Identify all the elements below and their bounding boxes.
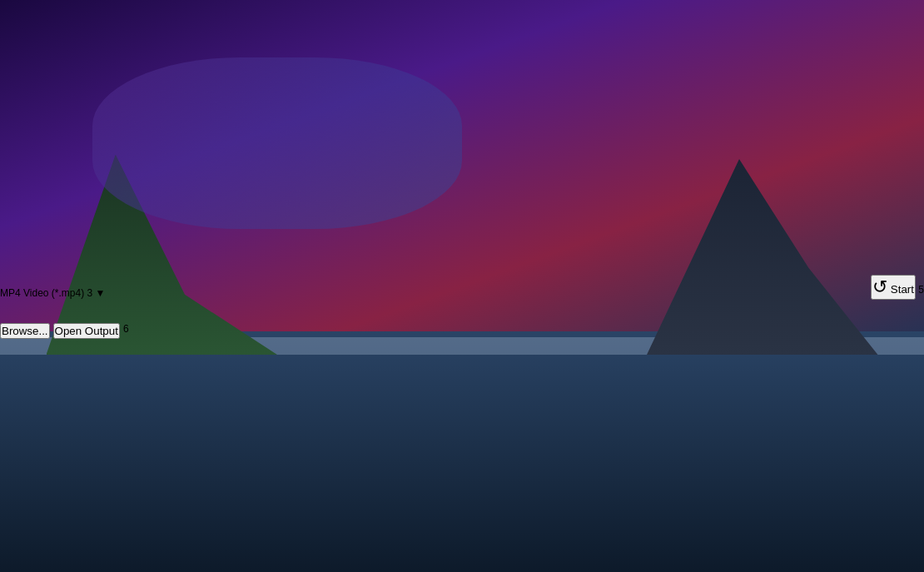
main-content: Channel: AAC Norway.mp4 ... Subtitle: (0, 105, 924, 259)
format-value: MP4 Video (*.mp4) (0, 287, 84, 299)
format-dropdown-arrow[interactable]: ▼ (96, 287, 106, 299)
start-label: Start (891, 283, 914, 296)
folder-buttons: Browse... Open Output 6 (0, 323, 924, 339)
folder-badge: 6 (123, 323, 129, 339)
start-badge: 5 (918, 284, 924, 296)
format-select-wrap[interactable]: MP4 Video (*.mp4) 3 ▼ (0, 287, 769, 299)
browse-button[interactable]: Browse... (0, 323, 50, 339)
preview-panel: 00:00:00 00:00:00 00:04:58 ▶ ■ 📷▾ 🔊 (0, 234, 924, 259)
start-button[interactable]: ↺ Start (871, 275, 916, 300)
start-icon: ↺ (872, 276, 887, 297)
format-badge: 3 (87, 287, 93, 299)
start-button-wrap: ↺ Start 5 (871, 275, 924, 300)
open-output-button[interactable]: Open Output (53, 323, 120, 339)
